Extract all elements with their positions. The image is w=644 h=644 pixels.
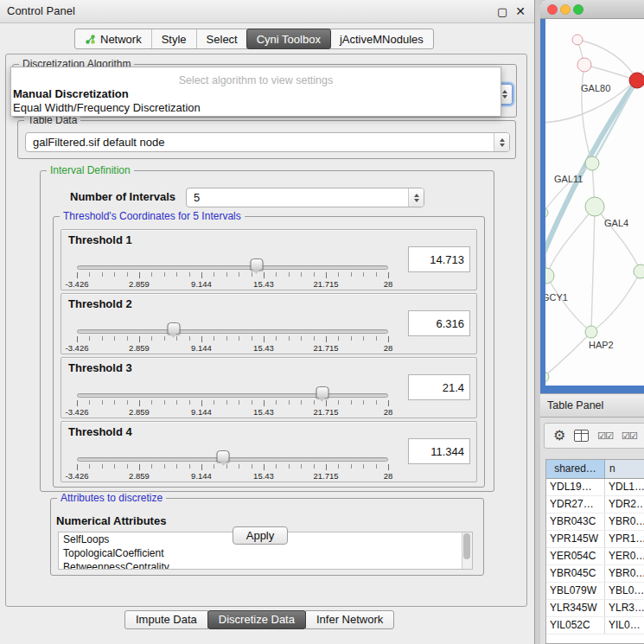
network-node-selected-red[interactable] xyxy=(629,73,644,88)
table-row[interactable]: YER054CYER0… xyxy=(546,548,644,565)
cell[interactable]: YPR1… xyxy=(605,531,644,547)
network-edge xyxy=(546,207,595,276)
tab-style-label: Style xyxy=(162,33,187,46)
network-node-gal11[interactable] xyxy=(585,156,599,170)
cell[interactable]: YER0… xyxy=(605,548,644,564)
cell[interactable]: YDL19… xyxy=(546,479,605,495)
threshold-1-value-field[interactable]: 14.713 xyxy=(408,246,470,272)
tab-discretize-data[interactable]: Discretize Data xyxy=(207,610,306,629)
tick-label: 15.43 xyxy=(253,471,274,481)
cell[interactable]: YDL1… xyxy=(605,479,644,495)
cell[interactable]: YDR27… xyxy=(546,496,605,513)
table-row[interactable]: YBR045CYBR0… xyxy=(546,565,644,583)
minimize-traffic-light-icon[interactable] xyxy=(561,4,571,14)
tick-label: 15.43 xyxy=(253,407,274,417)
table-data-combobox[interactable]: galFiltered.sif default node xyxy=(25,132,510,152)
tab-cyni-toolbox-label: Cyni Toolbox xyxy=(257,33,321,46)
window-titlebar: Control Panel ▢ ✕ xyxy=(0,0,534,23)
column-header-shared-name[interactable]: shared… xyxy=(546,460,605,478)
table-row[interactable]: YLR345WYLR3… xyxy=(546,600,644,617)
cell[interactable]: YBR0… xyxy=(605,513,644,530)
tab-infer-network[interactable]: Infer Network xyxy=(305,610,394,629)
column-header-name[interactable]: n xyxy=(605,460,644,478)
network-node-hap2[interactable] xyxy=(585,326,597,338)
table-row[interactable]: YIL052CYIL0… xyxy=(546,617,644,634)
threshold-1-slider-thumb[interactable] xyxy=(250,258,263,271)
threshold-2-slider-thumb[interactable] xyxy=(167,322,180,335)
cell[interactable]: YIL0… xyxy=(605,617,644,634)
number-of-intervals-combobox[interactable]: 5 xyxy=(186,188,424,207)
gear-icon[interactable]: ⚙ xyxy=(553,429,565,443)
threshold-3-slider-thumb[interactable] xyxy=(316,386,328,399)
threshold-2-value-field[interactable]: 6.316 xyxy=(408,310,470,336)
network-node-gcy1[interactable] xyxy=(545,268,554,284)
cell[interactable]: YBR045C xyxy=(546,565,605,582)
cell[interactable]: YPR145W xyxy=(546,531,605,547)
cell[interactable]: YBR0… xyxy=(605,565,644,582)
tab-impute-data[interactable]: Impute Data xyxy=(124,610,208,629)
network-node-gal4[interactable] xyxy=(585,197,604,216)
zoom-traffic-light-icon[interactable] xyxy=(574,4,583,14)
tab-jactivemnodules[interactable]: jActiveMNodules xyxy=(330,29,433,48)
threshold-4-value-field[interactable]: 11.344 xyxy=(408,438,470,464)
threshold-3-slider[interactable] xyxy=(77,393,388,398)
float-window-icon[interactable]: ▢ xyxy=(497,5,507,18)
tick-label: 2.859 xyxy=(129,279,150,289)
network-node[interactable] xyxy=(572,35,583,45)
threshold-1-slider[interactable] xyxy=(77,265,388,270)
tab-cyni-toolbox[interactable]: Cyni Toolbox xyxy=(246,29,331,49)
threshold-2-slider[interactable] xyxy=(77,329,388,334)
tick-label: 9.144 xyxy=(191,471,212,481)
table-row[interactable]: YPR145WYPR1… xyxy=(546,531,644,548)
network-node[interactable] xyxy=(545,207,548,218)
threshold-4-slider-thumb[interactable] xyxy=(217,450,230,462)
tick-label: 21.715 xyxy=(313,471,338,481)
table-row[interactable]: YBL079WYBL0… xyxy=(546,583,644,600)
select-rows-icon[interactable]: ☑☑ xyxy=(622,430,637,442)
cell[interactable]: YIL052C xyxy=(546,617,605,634)
threshold-2-label: Threshold 2 xyxy=(68,297,132,310)
threshold-4-slider[interactable] xyxy=(77,457,388,462)
numerical-attributes-label: Numerical Attributes xyxy=(56,514,166,527)
slider-major-ticks xyxy=(77,400,389,406)
cell[interactable]: YBL079W xyxy=(546,583,605,599)
tick-label: 9.144 xyxy=(191,279,212,289)
table-panel-title: Table Panel xyxy=(540,394,644,417)
network-node-gal80[interactable] xyxy=(577,58,591,72)
tab-style[interactable]: Style xyxy=(151,29,196,48)
dropdown-item-manual-discretization[interactable]: Manual Discretization xyxy=(11,87,501,101)
interval-definition-group-title: Interval Definition xyxy=(47,164,134,177)
tab-network-label: Network xyxy=(100,33,142,46)
combobox-stepper-icon[interactable] xyxy=(494,133,509,151)
dropdown-placeholder-item[interactable]: Select algorithm to view settings xyxy=(11,74,501,87)
threshold-3-value-field[interactable]: 21.4 xyxy=(408,374,470,400)
cell[interactable]: YDR2… xyxy=(605,496,644,513)
tab-select[interactable]: Select xyxy=(196,29,247,48)
network-node[interactable] xyxy=(634,265,644,278)
table-row[interactable]: YDR27…YDR2… xyxy=(546,496,644,513)
cell[interactable]: YLR345W xyxy=(546,600,605,616)
cell[interactable]: YER054C xyxy=(546,548,605,564)
table-row[interactable]: YDL19…YDL1… xyxy=(546,479,644,496)
threshold-4-label: Threshold 4 xyxy=(68,425,132,438)
threshold-4-panel: Threshold 4 -3.426 2.859 9.144 15.43 21.… xyxy=(61,421,477,482)
table-columns-icon[interactable] xyxy=(574,430,589,442)
scrollbar-thumb[interactable] xyxy=(463,533,470,559)
close-traffic-light-icon[interactable] xyxy=(548,4,558,14)
list-item[interactable]: TopologicalCoefficient xyxy=(59,546,472,560)
close-window-icon[interactable]: ✕ xyxy=(515,4,526,18)
list-item[interactable]: BetweennessCentrality xyxy=(59,560,472,570)
node-label-gal80: GAL80 xyxy=(581,83,610,93)
cell[interactable]: YBR043C xyxy=(546,513,605,530)
dropdown-item-equal-width-frequency[interactable]: Equal Width/Frequency Discretization xyxy=(11,101,501,115)
apply-button[interactable]: Apply xyxy=(233,526,288,545)
network-canvas[interactable]: GAL80 GAL11 GAL4 GCY1 HAP2 xyxy=(545,19,644,386)
cell[interactable]: YLR3… xyxy=(605,600,644,616)
cell[interactable]: YBL0… xyxy=(605,583,644,599)
table-row[interactable]: YBR043CYBR0… xyxy=(546,513,644,531)
control-panel-tabs: Network Style Select Cyni Toolbox jActiv… xyxy=(74,29,434,49)
select-columns-icon[interactable]: ☑☑ xyxy=(597,430,613,442)
combobox-stepper-icon[interactable] xyxy=(408,188,424,207)
list-scrollbar[interactable] xyxy=(462,532,472,569)
tab-network[interactable]: Network xyxy=(75,29,151,48)
